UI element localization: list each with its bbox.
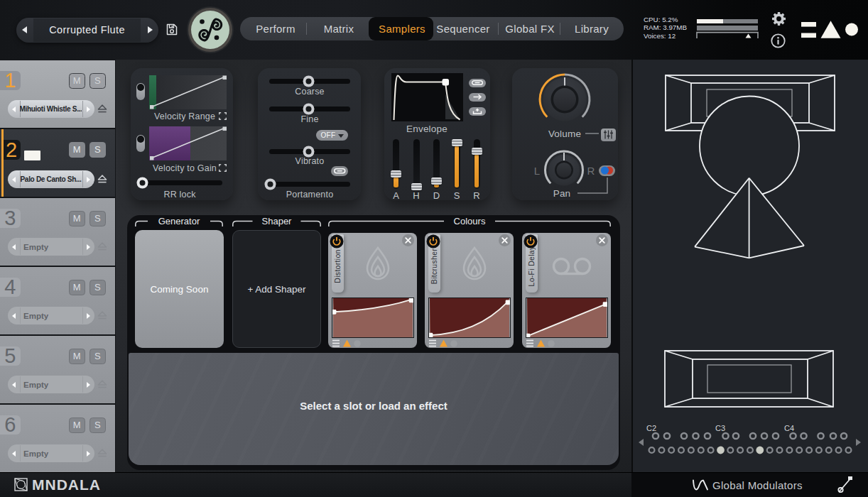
svg-text:Distortion: Distortion: [333, 249, 342, 283]
svg-text:C3: C3: [715, 424, 725, 432]
svg-text:Bitcrusher: Bitcrusher: [430, 248, 438, 284]
svg-text:C2: C2: [646, 424, 656, 432]
svg-text:C4: C4: [784, 424, 794, 432]
svg-text:Lo-Fi Delay: Lo-Fi Delay: [527, 246, 536, 286]
